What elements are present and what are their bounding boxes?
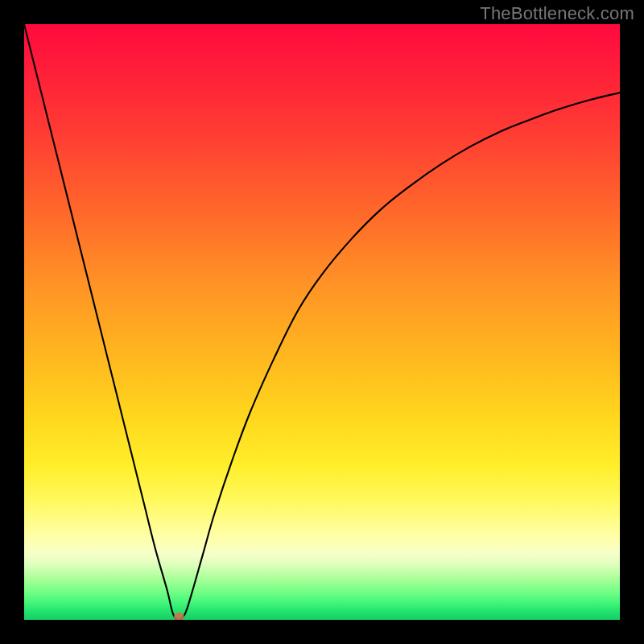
minimum-marker	[174, 613, 184, 620]
plot-area	[24, 24, 620, 620]
curve-layer	[24, 24, 620, 620]
bottleneck-curve	[24, 24, 620, 620]
chart-frame: TheBottleneck.com	[0, 0, 644, 644]
watermark-text: TheBottleneck.com	[480, 3, 634, 24]
